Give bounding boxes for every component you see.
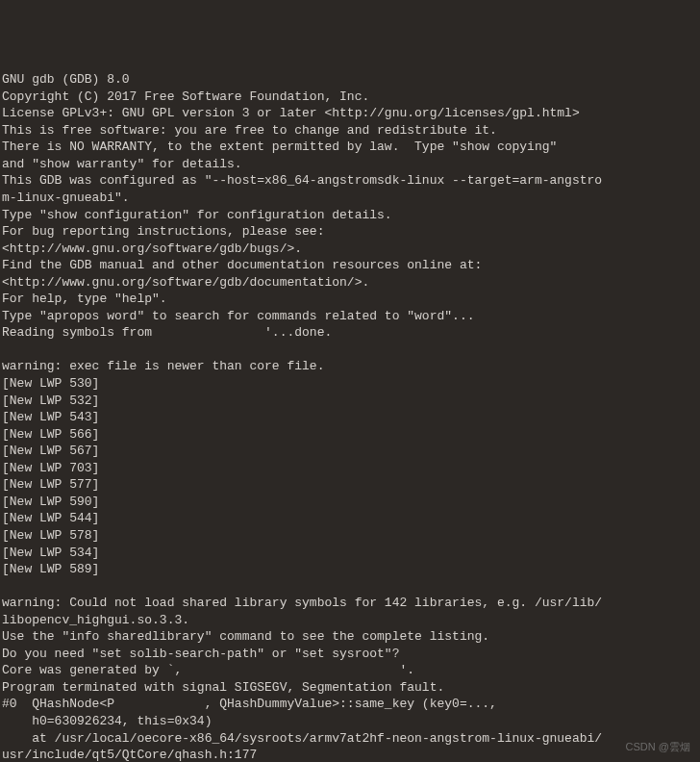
terminal-line: [New LWP 543] — [2, 409, 698, 426]
terminal-line: [New LWP 544] — [2, 510, 698, 527]
terminal-line: Type "show configuration" for configurat… — [2, 207, 698, 224]
watermark-text: CSDN @雲烟 — [626, 740, 690, 754]
terminal-line: Reading symbols from '...done. — [2, 324, 698, 342]
terminal-line: [New LWP 577] — [2, 476, 698, 494]
terminal-line: [New LWP 578] — [2, 527, 698, 545]
terminal-line: warning: Could not load shared library s… — [2, 595, 698, 612]
terminal-line: Use the "info sharedlibrary" command to … — [2, 628, 698, 646]
terminal-line: Do you need "set solib-search-path" or "… — [2, 646, 698, 663]
terminal-line: #0 QHashNode<P , QHashDummyValue>::same_… — [2, 696, 698, 713]
terminal-line: [New LWP 532] — [2, 393, 698, 410]
terminal-line: [New LWP 589] — [2, 561, 698, 578]
terminal-line: Core was generated by `, '. — [2, 662, 698, 679]
terminal-line: [New LWP 703] — [2, 460, 698, 477]
terminal-line: This GDB was configured as "--host=x86_6… — [2, 172, 698, 190]
terminal-line: There is NO WARRANTY, to the extent perm… — [2, 139, 698, 156]
terminal-line: [New LWP 567] — [2, 443, 698, 460]
terminal-line: h0=630926234, this=0x34) — [2, 713, 698, 730]
terminal-line: Find the GDB manual and other documentat… — [2, 257, 698, 274]
terminal-line: libopencv_highgui.so.3.3. — [2, 612, 698, 629]
terminal-line: Type "apropos word" to search for comman… — [2, 308, 698, 325]
terminal-line: This is free software: you are free to c… — [2, 122, 698, 140]
terminal-line: and "show warranty" for details. — [2, 156, 698, 173]
terminal-line: m-linux-gnueabi". — [2, 190, 698, 207]
terminal-line: [New LWP 530] — [2, 375, 698, 393]
terminal-line: License GPLv3+: GNU GPL version 3 or lat… — [2, 105, 698, 122]
terminal-line: at /usr/local/oecore-x86_64/sysroots/arm… — [2, 730, 698, 748]
terminal-line: For bug reporting instructions, please s… — [2, 223, 698, 241]
terminal-line: usr/include/qt5/QtCore/qhash.h:177 — [2, 747, 698, 762]
terminal-line: <http://www.gnu.org/software/gdb/documen… — [2, 274, 698, 292]
terminal-line: warning: exec file is newer than core fi… — [2, 358, 698, 375]
terminal-line — [2, 578, 698, 596]
terminal-line: [New LWP 566] — [2, 426, 698, 444]
terminal-line: GNU gdb (GDB) 8.0 — [2, 71, 698, 89]
terminal-line — [2, 342, 698, 359]
terminal-line: [New LWP 590] — [2, 494, 698, 511]
terminal-output: GNU gdb (GDB) 8.0Copyright (C) 2017 Free… — [2, 71, 698, 762]
terminal-line: For help, type "help". — [2, 291, 698, 308]
terminal-line: <http://www.gnu.org/software/gdb/bugs/>. — [2, 241, 698, 258]
terminal-line: Copyright (C) 2017 Free Software Foundat… — [2, 89, 698, 106]
terminal-line: Program terminated with signal SIGSEGV, … — [2, 679, 698, 697]
terminal-line: [New LWP 534] — [2, 545, 698, 562]
